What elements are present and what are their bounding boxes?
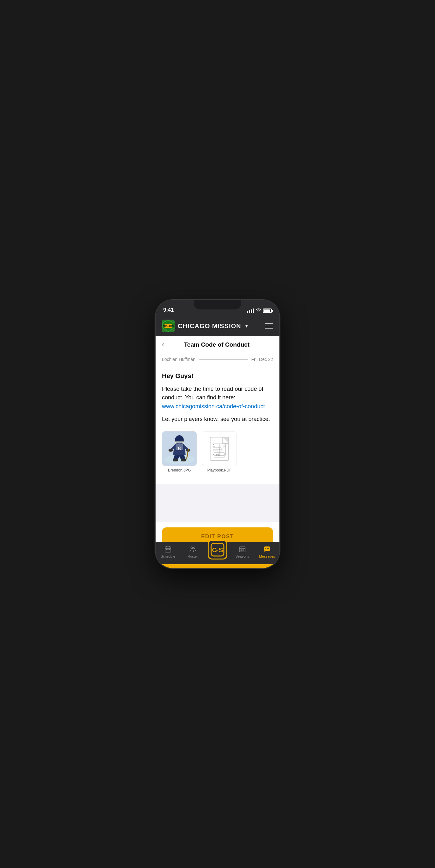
svg-rect-34: [243, 550, 244, 551]
schedule-icon: [164, 546, 172, 553]
post-body-intro: Please take the time to read our code of…: [162, 385, 273, 402]
app-header: MISSION CHICAGO MISSION ▾: [156, 316, 279, 336]
notch: [194, 300, 241, 309]
header-left: MISSION CHICAGO MISSION ▾: [162, 320, 248, 332]
svg-point-27: [191, 547, 193, 549]
content-spacer: [156, 484, 279, 503]
signal-icon: [247, 309, 254, 313]
tab-label-roster: Roster: [188, 554, 198, 558]
svg-rect-24: [166, 549, 167, 550]
svg-point-28: [194, 547, 195, 549]
svg-rect-38: [268, 548, 269, 549]
attachment-thumbnail-image: 16: [162, 431, 197, 466]
svg-point-7: [169, 448, 173, 452]
chevron-down-icon[interactable]: ▾: [245, 323, 248, 329]
post-link[interactable]: www.chicagomission.ca/code-of-conduct: [162, 403, 273, 410]
wifi-icon: [256, 308, 261, 313]
tab-item-schedule[interactable]: Schedule: [156, 546, 180, 558]
gs-logo: G·S: [208, 540, 227, 559]
svg-rect-37: [267, 548, 268, 549]
svg-text:16: 16: [177, 446, 181, 450]
post-body: Hey Guys! Please take the time to read o…: [156, 366, 279, 484]
attachment-image[interactable]: 16: [162, 431, 197, 472]
bottom-actions: EDIT POST: [156, 522, 279, 542]
post-closing: Let your players know, see you at practi…: [162, 415, 273, 424]
meta-divider: [199, 359, 248, 360]
status-icons: [247, 308, 272, 313]
content-spacer-2: [156, 503, 279, 522]
svg-rect-11: [181, 459, 186, 461]
svg-rect-25: [168, 549, 169, 550]
battery-icon: [263, 309, 272, 313]
seasons-icon: 2:0: [238, 546, 246, 553]
svg-text:G·S: G·S: [212, 547, 223, 554]
bottom-arc: [156, 564, 279, 568]
post-date: Fri, Dec 22: [252, 357, 273, 362]
hamburger-menu-icon[interactable]: [265, 323, 273, 329]
svg-text:2:0: 2:0: [240, 550, 242, 551]
attachment-name-pdf: Playbook.PDF: [207, 468, 232, 472]
tab-item-messages[interactable]: Messages: [255, 546, 279, 558]
post-header: ‹ Team Code of Conduct: [156, 336, 279, 353]
post-greeting: Hey Guys!: [162, 372, 273, 380]
phone-frame: 9:41 MISSIO: [156, 300, 279, 568]
svg-rect-36: [265, 548, 266, 549]
scroll-inner: ‹ Team Code of Conduct Lochlan Huffman F…: [156, 336, 279, 542]
attachment-thumbnail-pdf: PDF: [202, 431, 237, 466]
author-name: Lochlan Huffman: [162, 357, 196, 362]
status-time: 9:41: [163, 307, 174, 313]
team-name: CHICAGO MISSION: [178, 322, 241, 330]
post-meta: Lochlan Huffman Fri, Dec 22: [156, 353, 279, 366]
attachment-pdf[interactable]: PDF Playbook.PDF: [202, 431, 237, 472]
tab-item-roster[interactable]: Roster: [180, 546, 205, 558]
tab-label-schedule: Schedule: [161, 554, 175, 558]
messages-icon: [263, 546, 271, 553]
svg-rect-31: [239, 547, 245, 552]
tab-label-seasons: Seasons: [236, 554, 249, 558]
pdf-doc-icon: PDF: [210, 437, 229, 461]
attachments-list: 16: [162, 431, 273, 479]
svg-rect-26: [169, 549, 170, 550]
tab-label-messages: Messages: [259, 554, 275, 558]
roster-icon: [189, 546, 197, 553]
attachment-name-image: Brendon.JPG: [168, 468, 191, 472]
edit-button-container: EDIT POST: [156, 522, 279, 542]
svg-text:MISSION: MISSION: [163, 325, 174, 328]
team-logo: MISSION: [162, 320, 175, 332]
tab-item-home[interactable]: G·S: [205, 540, 230, 559]
svg-rect-10: [173, 459, 178, 461]
scroll-wrapper: ‹ Team Code of Conduct Lochlan Huffman F…: [156, 336, 279, 542]
tab-item-seasons[interactable]: 2:0 Seasons: [230, 546, 255, 558]
page-content: ‹ Team Code of Conduct Lochlan Huffman F…: [156, 336, 279, 542]
back-button[interactable]: ‹: [162, 341, 164, 348]
page-title: Team Code of Conduct: [168, 341, 265, 348]
tab-bar: Schedule Roster G·S: [156, 542, 279, 568]
